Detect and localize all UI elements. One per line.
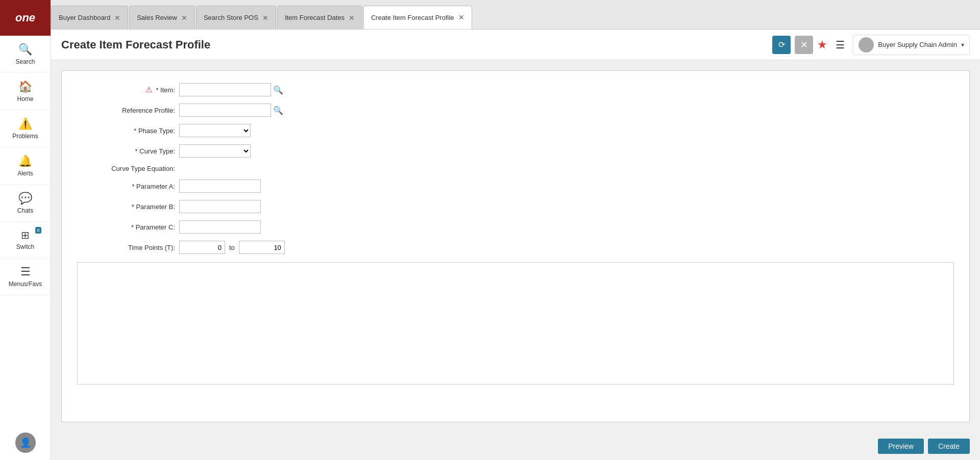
logo: one (0, 0, 51, 36)
sidebar-item-alerts[interactable]: 🔔 Alerts (0, 147, 51, 185)
time-points-row: Time Points (T): to (77, 241, 954, 254)
time-to-input[interactable] (239, 241, 285, 254)
tab-create-item-forecast-profile-close[interactable]: ✕ (458, 14, 464, 21)
preview-button[interactable]: Preview (878, 439, 924, 454)
parameter-c-input[interactable] (179, 220, 261, 234)
tab-create-item-forecast-profile-label: Create Item Forecast Profile (371, 14, 454, 21)
sidebar-item-chats[interactable]: 💬 Chats (0, 185, 51, 222)
sidebar-item-problems[interactable]: ⚠️ Problems (0, 110, 51, 147)
parameter-a-label: * Parameter A: (77, 183, 179, 190)
phase-type-label-text: * Phase Type: (134, 127, 175, 135)
page-header: Create Item Forecast Profile ⟳ ✕ ★ ☰ Buy… (51, 30, 980, 60)
curve-type-label-text: * Curve Type: (135, 147, 175, 155)
bell-icon: 🔔 (18, 155, 32, 168)
refresh-icon: ⟳ (778, 40, 785, 49)
item-label-text: * Item: (156, 86, 175, 94)
curve-type-equation-row: Curve Type Equation: (77, 165, 954, 172)
menus-icon: ☰ (20, 265, 31, 278)
reference-profile-label: Reference Profile: (77, 107, 179, 114)
avatar-icon: 👤 (20, 437, 31, 448)
close-form-button[interactable]: ✕ (795, 36, 813, 54)
form-panel: ⚠ * Item: 🔍 Reference Profile: (61, 70, 970, 422)
time-points-label: Time Points (T): (77, 244, 179, 251)
create-button[interactable]: Create (928, 439, 970, 454)
to-separator: to (229, 244, 235, 251)
tab-item-forecast-dates-label: Item Forecast Dates (285, 14, 345, 21)
user-avatar (859, 37, 874, 53)
curve-type-equation-label: Curve Type Equation: (77, 165, 179, 172)
parameter-c-label-text: * Parameter C: (131, 223, 175, 231)
parameter-b-row: * Parameter B: (77, 200, 954, 213)
curve-type-label: * Curve Type: (77, 147, 179, 155)
avatar[interactable]: 👤 (15, 432, 36, 453)
sidebar-item-switch[interactable]: ⊞ ≡ Switch (0, 222, 51, 258)
tab-search-store-pos-close[interactable]: ✕ (262, 14, 268, 21)
item-search-button[interactable]: 🔍 (271, 84, 285, 96)
reference-profile-label-text: Reference Profile: (122, 107, 175, 114)
sidebar-item-problems-label: Problems (12, 133, 38, 140)
hamburger-icon: ☰ (836, 39, 845, 50)
page-title: Create Item Forecast Profile (61, 38, 772, 52)
item-warning-icon: ⚠ (145, 85, 152, 94)
parameter-c-label: * Parameter C: (77, 223, 179, 231)
sidebar-item-menus[interactable]: ☰ Menus/Favs (0, 258, 51, 295)
curve-type-equation-label-text: Curve Type Equation: (111, 165, 175, 172)
item-label: ⚠ * Item: (77, 85, 179, 94)
tab-buyer-dashboard-label: Buyer Dashboard (59, 14, 110, 21)
chevron-down-icon: ▾ (961, 41, 964, 48)
curve-type-row: * Curve Type: (77, 144, 954, 158)
phase-type-label: * Phase Type: (77, 127, 179, 135)
search-icon: 🔍 (18, 43, 32, 56)
sidebar: one 🔍 Search 🏠 Home ⚠️ Problems 🔔 Alerts… (0, 0, 51, 460)
sidebar-item-alerts-label: Alerts (17, 170, 33, 177)
favorite-star-icon[interactable]: ★ (817, 38, 827, 52)
time-from-input[interactable] (179, 241, 225, 254)
reference-profile-search-icon: 🔍 (273, 106, 283, 115)
item-input-group: 🔍 (179, 83, 285, 96)
tab-search-store-pos[interactable]: Search Store POS ✕ (196, 6, 276, 29)
footer-actions: Preview Create (51, 432, 980, 460)
tab-search-store-pos-label: Search Store POS (204, 14, 258, 21)
sidebar-item-search[interactable]: 🔍 Search (0, 36, 51, 73)
time-points-label-text: Time Points (T): (128, 244, 175, 251)
content-area: ⚠ * Item: 🔍 Reference Profile: (51, 60, 980, 432)
tab-create-item-forecast-profile[interactable]: Create Item Forecast Profile ✕ (363, 6, 472, 29)
curve-type-select[interactable] (179, 144, 251, 158)
phase-type-row: * Phase Type: (77, 124, 954, 137)
sidebar-item-home-label: Home (17, 95, 33, 103)
tab-item-forecast-dates-close[interactable]: ✕ (349, 14, 355, 21)
sidebar-item-menus-label: Menus/Favs (9, 280, 42, 288)
parameter-a-input[interactable] (179, 180, 261, 193)
switch-icon: ⊞ (21, 229, 30, 241)
sidebar-item-home[interactable]: 🏠 Home (0, 73, 51, 110)
parameter-b-label: * Parameter B: (77, 203, 179, 211)
sidebar-item-switch-label: Switch (16, 243, 34, 250)
user-name: Buyer Supply Chain Admin (878, 41, 957, 48)
reference-profile-input[interactable] (179, 104, 271, 117)
reference-profile-row: Reference Profile: 🔍 (77, 104, 954, 117)
tab-sales-review[interactable]: Sales Review ✕ (129, 6, 195, 29)
tab-bar: Buyer Dashboard ✕ Sales Review ✕ Search … (51, 0, 980, 30)
close-icon: ✕ (800, 39, 808, 50)
tab-sales-review-label: Sales Review (137, 14, 177, 21)
header-actions: ⟳ ✕ ★ ☰ Buyer Supply Chain Admin ▾ (772, 35, 970, 55)
user-dropdown[interactable]: Buyer Supply Chain Admin ▾ (853, 35, 970, 55)
parameter-c-row: * Parameter C: (77, 220, 954, 234)
tab-buyer-dashboard[interactable]: Buyer Dashboard ✕ (51, 6, 128, 29)
sidebar-item-search-label: Search (15, 58, 35, 65)
tab-buyer-dashboard-close[interactable]: ✕ (114, 14, 120, 21)
reference-profile-search-button[interactable]: 🔍 (271, 105, 285, 116)
chat-icon: 💬 (18, 192, 32, 205)
refresh-button[interactable]: ⟳ (772, 36, 791, 54)
main-area: Buyer Dashboard ✕ Sales Review ✕ Search … (51, 0, 980, 460)
menu-button[interactable]: ☰ (831, 37, 849, 53)
item-row: ⚠ * Item: 🔍 (77, 83, 954, 96)
reference-profile-input-group: 🔍 (179, 104, 285, 117)
item-input[interactable] (179, 83, 271, 96)
phase-type-select[interactable] (179, 124, 251, 137)
logo-text: one (15, 11, 35, 24)
tab-sales-review-close[interactable]: ✕ (181, 14, 187, 21)
warning-icon: ⚠️ (18, 117, 32, 131)
tab-item-forecast-dates[interactable]: Item Forecast Dates ✕ (277, 6, 362, 29)
parameter-b-input[interactable] (179, 200, 261, 213)
